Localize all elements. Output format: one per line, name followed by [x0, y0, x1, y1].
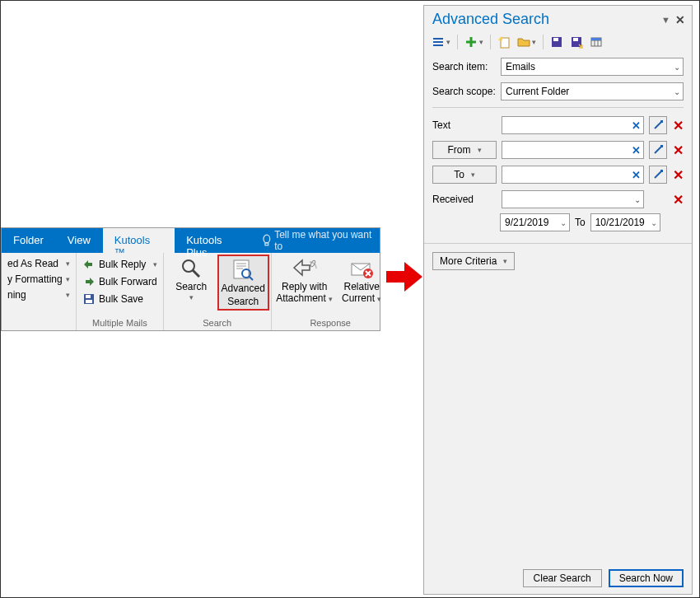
- svg-line-12: [250, 277, 253, 280]
- select-value: Emails: [506, 61, 535, 72]
- svg-line-37: [655, 171, 661, 178]
- separator: [543, 35, 544, 49]
- tab-folder[interactable]: Folder: [2, 228, 56, 253]
- save-as-icon[interactable]: [567, 33, 586, 51]
- pane-footer: Clear Search Search Now: [424, 563, 692, 594]
- received-select[interactable]: ⌄: [502, 190, 644, 208]
- new-icon[interactable]: [495, 33, 513, 51]
- svg-rect-27: [573, 38, 578, 41]
- date-from-input[interactable]: 9/21/2019 ⌄: [500, 213, 570, 231]
- grid-icon[interactable]: [587, 33, 605, 51]
- eyedropper-icon: [652, 169, 664, 180]
- svg-rect-34: [660, 120, 663, 123]
- tab-kutools-plus[interactable]: Kutools Plus: [175, 228, 256, 253]
- to-dropdown[interactable]: To ▾: [432, 166, 497, 184]
- from-dropdown[interactable]: From ▾: [432, 141, 497, 159]
- caret-icon: ▾: [66, 275, 70, 283]
- reply-attachment-icon: [292, 257, 318, 280]
- caret-icon: ▾: [377, 295, 381, 303]
- ribbon-group-search: Search ▾ Advanced Search Search: [164, 253, 272, 330]
- tell-me-search[interactable]: Tell me what you want to: [257, 228, 380, 253]
- btn-label: To: [454, 169, 464, 180]
- date-to-input[interactable]: 10/21/2019 ⌄: [590, 213, 660, 231]
- to-input[interactable]: ✕: [502, 166, 644, 184]
- ribbon-group-response: Reply with Attachment ▾ Relative Current…: [272, 253, 390, 330]
- save-icon: [82, 292, 96, 306]
- delete-row-icon[interactable]: ✕: [672, 167, 684, 183]
- group-label: Multiple Mails: [78, 318, 161, 329]
- bulk-save-button[interactable]: Bulk Save: [80, 291, 160, 307]
- close-icon[interactable]: ✕: [675, 13, 685, 26]
- bulk-forward-button[interactable]: Bulk Forward: [80, 273, 160, 290]
- list-icon[interactable]: ▾: [429, 33, 453, 51]
- search-button[interactable]: Search ▾: [166, 255, 217, 302]
- caret-icon: ▾: [532, 38, 536, 46]
- btn-label: ning: [7, 289, 26, 301]
- group-label: Response: [273, 318, 388, 329]
- tab-view[interactable]: View: [56, 228, 103, 253]
- tell-me-text: Tell me what you want to: [274, 229, 380, 252]
- more-criteria-button[interactable]: More Criteria ▾: [432, 252, 515, 270]
- save-icon[interactable]: [548, 33, 566, 51]
- btn-label: From: [448, 144, 471, 156]
- btn-label1: Advanced: [222, 283, 265, 295]
- clear-icon[interactable]: ✕: [632, 144, 641, 157]
- eyedropper-icon: [652, 119, 664, 131]
- ribbon-group-multiple-mails: Bulk Reply ▾ Bulk Forward Bulk Save Mult…: [77, 253, 164, 330]
- caret-icon: ▾: [329, 295, 333, 303]
- caret-icon: ⌄: [651, 218, 657, 227]
- btn-label2: Current: [342, 292, 375, 304]
- misc-btn-marked-as-read[interactable]: ed As Read ▾: [5, 256, 72, 271]
- add-icon[interactable]: ▾: [462, 33, 486, 51]
- bulk-reply-button[interactable]: Bulk Reply ▾: [80, 256, 160, 273]
- picker-button[interactable]: [649, 116, 667, 134]
- search-now-button[interactable]: Search Now: [609, 569, 684, 587]
- caret-icon: ▾: [66, 291, 70, 299]
- text-input[interactable]: ✕: [502, 116, 644, 134]
- picker-button[interactable]: [649, 166, 667, 184]
- pane-header: Advanced Search ▼ ✕: [424, 6, 692, 33]
- svg-rect-32: [591, 38, 601, 40]
- picker-button[interactable]: [649, 141, 667, 159]
- svg-rect-36: [660, 145, 663, 147]
- arrow-icon: [386, 260, 422, 293]
- tab-kutools[interactable]: Kutools ™: [103, 228, 175, 253]
- search-item-select[interactable]: Emails ⌄: [501, 58, 684, 76]
- select-value: Current Folder: [506, 86, 569, 97]
- pane-title: Advanced Search: [432, 11, 661, 28]
- svg-line-33: [655, 122, 661, 128]
- btn-label: ed As Read: [7, 258, 58, 269]
- btn-label2: Search: [227, 297, 259, 308]
- pane-toolbar: ▾ ▾ ▾: [424, 33, 692, 54]
- clear-search-button[interactable]: Clear Search: [523, 569, 602, 587]
- open-folder-icon[interactable]: ▾: [515, 33, 539, 51]
- date-to-label: To: [575, 217, 586, 228]
- caret-icon: ▾: [189, 293, 194, 301]
- caret-icon: ⌄: [674, 87, 680, 96]
- delete-row-icon[interactable]: ✕: [672, 118, 684, 133]
- btn-label: Bulk Save: [99, 293, 143, 305]
- text-label: Text: [432, 119, 497, 131]
- misc-btn-formatting[interactable]: y Formatting ▾: [5, 272, 72, 287]
- ribbon: Folder View Kutools ™ Kutools Plus Tell …: [1, 227, 380, 331]
- ribbon-body: ed As Read ▾ y Formatting ▾ ning ▾: [2, 253, 380, 330]
- clear-icon[interactable]: ✕: [632, 169, 641, 181]
- minimize-icon[interactable]: ▼: [661, 15, 670, 25]
- btn-label: y Formatting: [7, 273, 63, 285]
- magnifier-icon: [180, 257, 203, 280]
- delete-row-icon[interactable]: ✕: [672, 192, 684, 208]
- delete-row-icon[interactable]: ✕: [672, 142, 684, 158]
- clear-icon[interactable]: ✕: [632, 119, 641, 132]
- caret-icon: ▾: [153, 260, 157, 269]
- eyedropper-icon: [652, 144, 664, 156]
- svg-rect-38: [660, 170, 663, 172]
- svg-point-5: [183, 260, 194, 272]
- relative-current-button[interactable]: Relative Current ▾: [336, 255, 388, 306]
- btn-label: Bulk Forward: [99, 276, 157, 287]
- from-input[interactable]: ✕: [502, 141, 644, 159]
- advanced-search-button[interactable]: Advanced Search: [217, 255, 269, 311]
- bulb-icon: [262, 234, 272, 247]
- reply-with-attachment-button[interactable]: Reply with Attachment ▾: [273, 255, 336, 306]
- misc-btn-ning[interactable]: ning ▾: [5, 287, 72, 302]
- search-scope-select[interactable]: Current Folder ⌄: [501, 82, 684, 100]
